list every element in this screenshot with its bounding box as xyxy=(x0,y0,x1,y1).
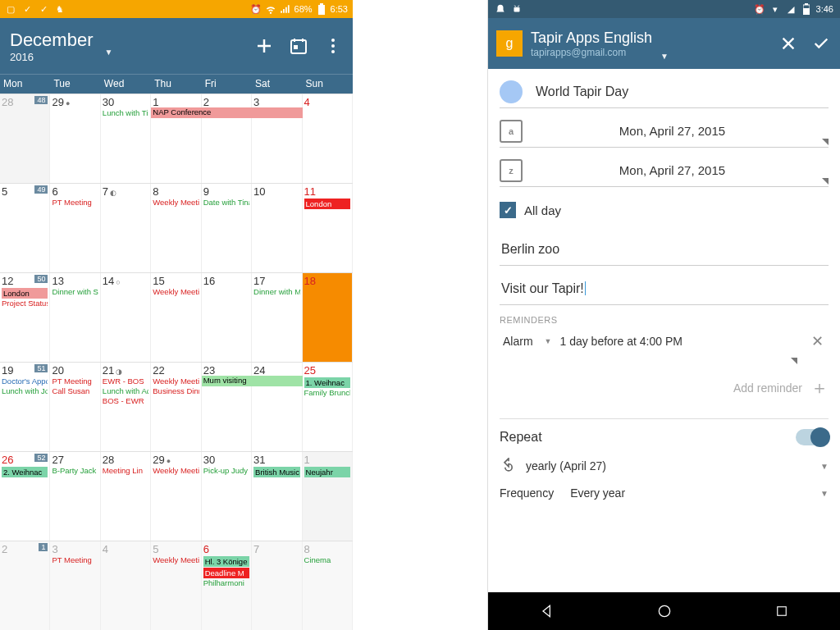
event-item[interactable]: Weekly Meeting xyxy=(153,199,199,208)
repeat-rule-row[interactable]: yearly (April 27) ▼ xyxy=(500,457,829,475)
today-button[interactable] xyxy=(289,36,308,56)
calendar-day-cell[interactable]: 22Weekly MeetingBusiness Dinner xyxy=(151,363,201,451)
event-item[interactable]: Lunch with Joe xyxy=(2,387,48,396)
event-bar[interactable]: Mum visiting xyxy=(202,376,303,386)
frequency-value[interactable]: Every year xyxy=(570,486,625,500)
calendar-day-cell[interactable]: 18 xyxy=(303,273,353,362)
event-bar[interactable]: Neujahr xyxy=(304,467,350,477)
calendar-header[interactable]: December 2016 ▼ xyxy=(0,18,353,74)
event-bar[interactable]: NAP Conference xyxy=(151,107,302,118)
save-button[interactable] xyxy=(810,34,832,52)
event-item[interactable]: Date with Tina xyxy=(203,199,249,208)
allday-row[interactable]: All day xyxy=(500,194,829,226)
calendar-day-cell[interactable]: 1951Doctor's AppointmenLunch with Joe xyxy=(0,363,50,451)
event-item[interactable]: Philharmoni xyxy=(203,579,249,588)
event-item[interactable]: B-Party Jack xyxy=(52,467,98,476)
calendar-day-cell[interactable]: 21◑EWR - BOSLunch with AdamBOS - EWR xyxy=(101,363,151,451)
calendar-day-cell[interactable]: 1Neujahr xyxy=(303,452,353,541)
calendar-day-cell[interactable]: 28Meeting Lin xyxy=(101,452,151,541)
event-bar[interactable]: Hl. 3 Könige xyxy=(203,556,249,567)
calendar-day-cell[interactable]: 9Date with Tina xyxy=(202,184,252,272)
calendar-day-cell[interactable]: 16 xyxy=(202,273,252,362)
event-item[interactable]: Weekly Meeting xyxy=(153,556,199,565)
event-item[interactable]: Dinner with Sam xyxy=(52,288,98,297)
event-item[interactable]: Cinema xyxy=(304,556,350,565)
event-item[interactable]: Doctor's Appointmen xyxy=(2,377,48,386)
reminder-type-dropdown[interactable]: Alarm xyxy=(500,331,536,351)
account-avatar[interactable]: g xyxy=(496,30,523,57)
event-item[interactable]: Weekly Meeting xyxy=(153,467,199,476)
event-item[interactable]: Weekly Meeting xyxy=(153,377,199,386)
add-event-button[interactable] xyxy=(254,36,274,56)
calendar-day-cell[interactable]: 26522. Weihnac xyxy=(0,452,50,541)
calendar-day-cell[interactable]: 27B-Party Jack xyxy=(50,452,100,541)
event-item[interactable]: Project Status Meet xyxy=(2,299,48,308)
event-item[interactable]: Business Dinner xyxy=(153,387,199,396)
calendar-day-cell[interactable]: 29● xyxy=(50,94,100,183)
end-date-value[interactable]: Mon, April 27, 2015 xyxy=(534,158,810,182)
calendar-day-cell[interactable]: 251. WeihnacFamily Brunch xyxy=(303,363,353,451)
title-row[interactable]: World Tapir Day xyxy=(500,75,829,108)
event-item[interactable]: Dinner with Mike & Ted xyxy=(253,288,299,297)
event-item[interactable]: Family Brunch xyxy=(304,389,350,398)
calendar-day-cell[interactable]: 1250LondonProject Status Meet xyxy=(0,273,50,362)
event-bar[interactable]: British Music Fest xyxy=(253,467,299,477)
calendar-day-cell[interactable]: 17Dinner with Mike & Ted xyxy=(252,273,302,362)
nav-recents-button[interactable] xyxy=(773,602,791,620)
event-item[interactable]: PT Meeting xyxy=(52,199,98,208)
reminder-time-dropdown[interactable]: 1 day before at 4:00 PM xyxy=(559,335,798,348)
event-item[interactable]: Call Susan xyxy=(52,387,98,396)
event-bar[interactable]: London xyxy=(304,199,350,209)
calendar-day-cell[interactable]: 549 xyxy=(0,184,50,272)
event-title-input[interactable]: World Tapir Day xyxy=(534,80,829,104)
nav-home-button[interactable] xyxy=(655,602,673,620)
event-item[interactable]: EWR - BOS xyxy=(103,377,148,386)
frequency-row[interactable]: Frequency Every year ▼ xyxy=(500,486,829,500)
calendar-day-cell[interactable]: 15Weekly Meeting xyxy=(151,273,201,362)
event-item[interactable]: Lunch with Adam xyxy=(103,387,148,396)
event-item[interactable]: Meeting Lin xyxy=(103,467,148,476)
calendar-day-cell[interactable]: 13Dinner with Sam xyxy=(50,273,100,362)
start-date-value[interactable]: Mon, April 27, 2015 xyxy=(534,119,810,143)
calendar-day-cell[interactable]: 30Pick-up Judy xyxy=(202,452,252,541)
location-input[interactable]: Berlin zoo xyxy=(500,237,829,262)
start-date-row[interactable]: a Mon, April 27, 2015 xyxy=(500,115,829,148)
account-dropdown-icon[interactable]: ▼ xyxy=(660,52,669,61)
repeat-toggle[interactable] xyxy=(796,429,829,445)
calendar-day-cell[interactable]: 3PT Meeting xyxy=(50,541,100,630)
description-row[interactable]: Visit our Tapir! xyxy=(500,272,829,305)
calendar-day-cell[interactable]: 8Weekly Meeting xyxy=(151,184,201,272)
calendar-day-cell[interactable]: 14○ xyxy=(101,273,151,362)
calendar-grid[interactable]: 284829●30Lunch with Tim1Weekly Meeting23… xyxy=(0,94,353,630)
calendar-day-cell[interactable]: 10 xyxy=(252,184,302,272)
allday-checkbox[interactable] xyxy=(500,202,516,218)
calendar-day-cell[interactable]: 6PT Meeting xyxy=(50,184,100,272)
location-row[interactable]: Berlin zoo xyxy=(500,233,829,266)
add-reminder-button[interactable]: Add reminder ＋ xyxy=(500,372,829,409)
event-item[interactable]: Deadline M xyxy=(203,568,249,578)
calendar-day-cell[interactable]: 30Lunch with Tim xyxy=(101,94,151,183)
calendar-day-cell[interactable]: 2848 xyxy=(0,94,50,183)
event-bar[interactable]: London xyxy=(2,288,48,299)
event-item[interactable]: Lunch with Tim xyxy=(103,109,148,118)
overflow-menu-button[interactable] xyxy=(323,36,343,56)
calendar-day-cell[interactable]: 6Hl. 3 KönigeDeadline MPhilharmoni xyxy=(202,541,252,630)
event-item[interactable]: BOS - EWR xyxy=(103,397,148,406)
calendar-day-cell[interactable]: 21 xyxy=(0,541,50,630)
event-bar[interactable]: 2. Weihnac xyxy=(2,467,48,477)
event-bar[interactable]: 1. Weihnac xyxy=(304,377,350,388)
calendar-day-cell[interactable]: 29●Weekly Meeting xyxy=(151,452,201,541)
nav-back-button[interactable] xyxy=(538,602,556,620)
calendar-day-cell[interactable]: 20PT MeetingCall Susan xyxy=(50,363,100,451)
description-input[interactable]: Visit our Tapir! xyxy=(500,276,829,301)
color-circle-icon[interactable] xyxy=(500,80,523,103)
calendar-day-cell[interactable]: 8Cinema xyxy=(303,541,353,630)
remove-reminder-button[interactable]: ✕ xyxy=(806,332,829,350)
calendar-day-cell[interactable]: 4 xyxy=(101,541,151,630)
event-item[interactable]: PT Meeting xyxy=(52,556,98,565)
calendar-day-cell[interactable]: 31British Music Fest xyxy=(252,452,302,541)
event-item[interactable]: PT Meeting xyxy=(52,377,98,386)
calendar-day-cell[interactable]: 4 xyxy=(303,94,353,183)
event-item[interactable]: Pick-up Judy xyxy=(203,467,249,476)
calendar-day-cell[interactable]: 7◐ xyxy=(101,184,151,272)
